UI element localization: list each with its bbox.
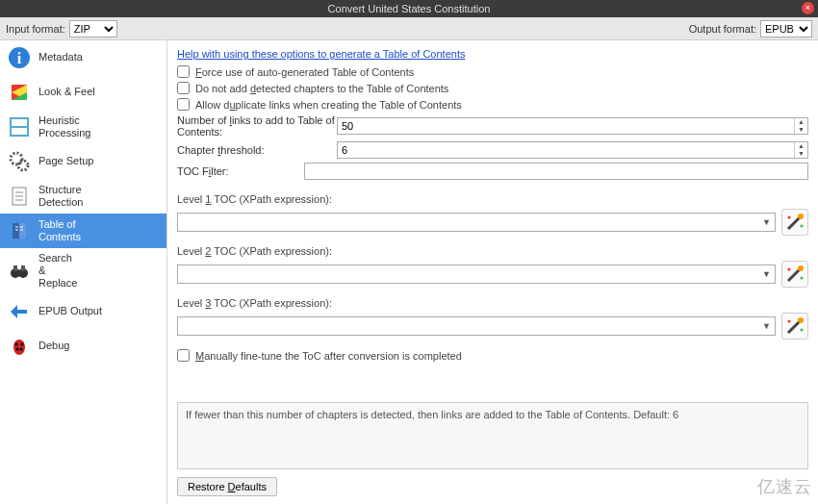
sidebar-item-label: Metadata: [38, 51, 83, 63]
titlebar: Convert United States Constitution ×: [0, 0, 818, 17]
wand-icon: [784, 212, 805, 233]
svg-point-21: [16, 347, 19, 350]
threshold-label: Chapter threshold:: [177, 144, 337, 156]
svg-point-30: [801, 277, 804, 280]
svg-text:i: i: [17, 50, 22, 66]
sidebar-item-label: Table of Contents: [38, 218, 81, 243]
threshold-input[interactable]: [338, 142, 794, 158]
svg-point-22: [20, 347, 23, 350]
svg-point-19: [15, 342, 18, 345]
sidebar-item-page-setup[interactable]: Page Setup: [0, 144, 166, 179]
arrow-left-icon: [6, 298, 33, 325]
svg-point-4: [11, 153, 22, 164]
svg-point-29: [788, 268, 791, 271]
book-icon: [6, 217, 33, 244]
no-add-chapters-label: Do not add detected chapters to the Tabl…: [195, 83, 448, 94]
close-icon[interactable]: ×: [802, 2, 814, 14]
wand-icon: [784, 315, 805, 337]
sidebar-item-metadata[interactable]: i Metadata: [0, 40, 166, 75]
level2-combo[interactable]: ▼: [177, 265, 776, 284]
sidebar: i Metadata Look & Feel Heuristic Process…: [0, 40, 167, 504]
input-format-select[interactable]: ZIP: [69, 20, 117, 38]
svg-point-32: [798, 317, 804, 323]
palette-icon: [6, 79, 33, 106]
level1-combo[interactable]: ▼: [177, 213, 776, 232]
level2-label: Level 2 TOC (XPath expression):: [177, 245, 808, 257]
threshold-spinbox[interactable]: ▲▼: [337, 141, 808, 159]
level1-label: Level 1 TOC (XPath expression):: [177, 193, 808, 205]
binoculars-icon: [6, 258, 33, 285]
sidebar-item-label: EPUB Output: [38, 305, 102, 317]
sidebar-item-toc[interactable]: Table of Contents: [0, 214, 166, 248]
no-add-chapters-checkbox[interactable]: [177, 82, 190, 94]
sidebar-item-label: Page Setup: [38, 155, 94, 167]
num-links-label: Number of links to add to Table of Conte…: [177, 114, 337, 138]
svg-point-28: [798, 265, 804, 271]
restore-defaults-button[interactable]: Restore Defaults: [177, 477, 277, 496]
sidebar-item-structure[interactable]: Structure Detection: [0, 179, 166, 214]
sidebar-item-label: Look & Feel: [38, 86, 95, 98]
num-links-input[interactable]: [338, 118, 794, 134]
sidebar-item-debug[interactable]: Debug: [0, 329, 166, 364]
svg-line-27: [788, 269, 800, 281]
spin-down-icon[interactable]: ▼: [795, 126, 807, 134]
input-format-label: Input format:: [6, 23, 65, 35]
svg-rect-17: [21, 265, 25, 271]
svg-point-20: [21, 342, 24, 345]
force-toc-label: Force use of auto-generated Table of Con…: [195, 66, 414, 78]
gears-icon: [6, 148, 33, 175]
svg-point-26: [801, 225, 804, 228]
sidebar-item-label: Structure Detection: [38, 184, 83, 209]
svg-point-18: [13, 340, 25, 355]
allow-duplicate-label: Allow duplicate links when creating the …: [195, 99, 462, 111]
num-links-spinbox[interactable]: ▲▼: [337, 117, 808, 135]
level3-label: Level 3 TOC (XPath expression):: [177, 297, 808, 309]
svg-line-23: [788, 217, 800, 229]
level3-wizard-button[interactable]: [781, 313, 808, 340]
window-title: Convert United States Constitution: [328, 3, 491, 14]
level3-combo[interactable]: ▼: [177, 316, 776, 336]
sidebar-item-search-replace[interactable]: Search & Replace: [0, 248, 166, 294]
svg-point-34: [801, 329, 804, 332]
sidebar-item-label: Search & Replace: [38, 252, 77, 290]
content-pane: Help with using these options to generat…: [167, 40, 818, 504]
output-format-label: Output format:: [689, 23, 756, 35]
hint-box: If fewer than this number of chapters is…: [177, 402, 808, 469]
force-toc-checkbox[interactable]: [177, 65, 190, 78]
svg-rect-16: [13, 265, 17, 271]
chevron-down-icon: ▼: [762, 321, 771, 331]
format-bar: Input format: ZIP Output format: EPUB: [0, 17, 818, 40]
chevron-down-icon: ▼: [762, 217, 771, 227]
help-link[interactable]: Help with using these options to generat…: [177, 48, 808, 60]
spin-down-icon[interactable]: ▼: [795, 150, 807, 158]
spin-up-icon[interactable]: ▲: [795, 142, 807, 150]
bug-icon: [6, 333, 33, 360]
sidebar-item-label: Debug: [38, 340, 69, 352]
svg-point-24: [798, 214, 804, 219]
svg-line-31: [788, 321, 800, 333]
wand-icon: [784, 264, 805, 285]
sidebar-item-heuristic[interactable]: Heuristic Processing: [0, 110, 166, 144]
svg-point-33: [788, 320, 791, 323]
toc-filter-input[interactable]: [304, 163, 808, 180]
info-icon: i: [6, 44, 33, 71]
scan-icon: [6, 113, 33, 140]
manual-finetune-label: Manually fine-tune the ToC after convers…: [195, 350, 462, 362]
svg-point-25: [788, 216, 791, 219]
document-icon: [6, 183, 33, 210]
chevron-down-icon: ▼: [762, 269, 771, 279]
sidebar-item-epub-output[interactable]: EPUB Output: [0, 294, 166, 329]
output-format-select[interactable]: EPUB: [760, 20, 812, 38]
sidebar-item-look-feel[interactable]: Look & Feel: [0, 75, 166, 110]
allow-duplicate-checkbox[interactable]: [177, 98, 190, 111]
sidebar-item-label: Heuristic Processing: [38, 114, 90, 139]
spin-up-icon[interactable]: ▲: [795, 118, 807, 126]
level2-wizard-button[interactable]: [781, 261, 808, 288]
level1-wizard-button[interactable]: [781, 209, 808, 236]
toc-filter-label: TOC Filter:: [177, 165, 304, 177]
manual-finetune-checkbox[interactable]: [177, 349, 190, 362]
